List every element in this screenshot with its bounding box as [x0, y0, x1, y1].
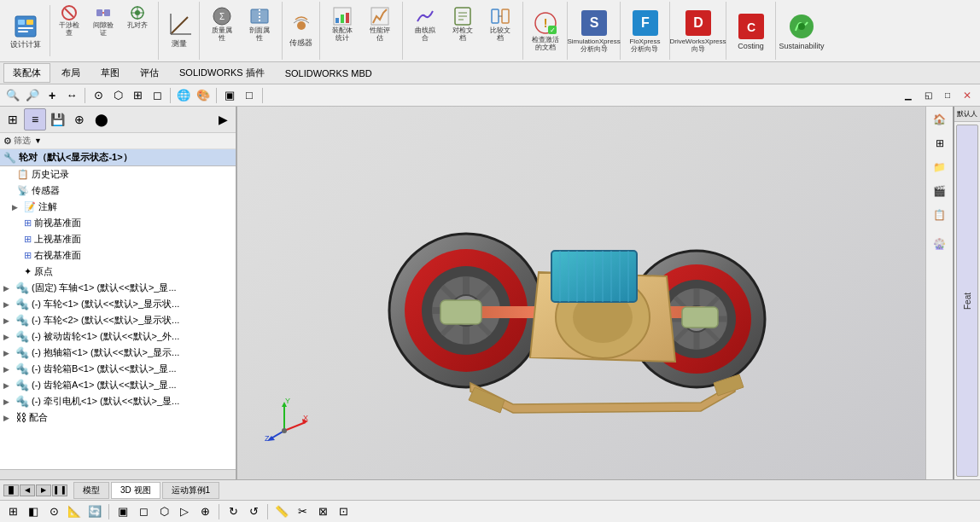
bt-icon10[interactable]: ⊕ [195, 502, 214, 521]
tree-item-front-plane[interactable]: ⊞ 前视基准面 [0, 215, 236, 231]
mass-props-label: 质量属性 [212, 27, 232, 43]
display-wire-btn[interactable]: □ [240, 86, 259, 105]
panel-icon-add[interactable]: ⊕ [68, 108, 90, 130]
tab-sw-mbd[interactable]: SOLIDWORKS MBD [276, 65, 382, 82]
tree-item-wheel2[interactable]: ▶ 🔩 (-) 车轮<2> (默认<<默认>_显示状... [0, 312, 236, 328]
clearance-verify-btn[interactable]: 间隙验证 [86, 2, 120, 39]
tree-item-gear-box-a[interactable]: ▶ 🔩 (-) 齿轮箱A<1> (默认<<默认>_显... [0, 377, 236, 393]
bt-icon16[interactable]: ⊡ [334, 502, 353, 521]
bt-icon5[interactable]: 🔄 [85, 502, 104, 521]
right-component-btn[interactable]: ⊞ [929, 132, 951, 154]
view-frame-btn[interactable]: ◻ [148, 86, 166, 105]
assembly-stats-btn[interactable]: 装配体统计 [324, 3, 361, 44]
view-add-btn[interactable]: + [43, 86, 61, 105]
design-calc-btn[interactable]: 设计计算 [3, 2, 48, 60]
tree-item-annotation[interactable]: ▶ 📝 注解 [0, 199, 236, 215]
view-zoom2-btn[interactable]: 🔎 [23, 86, 42, 105]
bt-icon14[interactable]: ✂ [293, 502, 312, 521]
simulation-xpress-btn[interactable]: S SimulationXpress分析向导 [568, 2, 621, 60]
tree-gear-box-a-label: (-) 齿轮箱A<1> (默认<<默认>_显... [32, 379, 177, 392]
tab-layout[interactable]: 布局 [52, 63, 90, 83]
check-doc-btn[interactable]: 对检文档 [444, 3, 481, 44]
panel-icon-grid[interactable]: ⊞ [2, 108, 24, 130]
bt-icon3[interactable]: ⊙ [44, 502, 63, 521]
display-mode-btn[interactable]: ▣ [220, 86, 239, 105]
costing-btn[interactable]: C Costing [726, 2, 776, 60]
mass-props-btn[interactable]: Σ 质量属性 [203, 3, 241, 44]
panel-icon-list[interactable]: ≡ [24, 108, 46, 130]
perf-eval-btn[interactable]: 性能评估 [361, 3, 399, 44]
check-active-btn[interactable]: ! ✓ 检查激活的文档 [523, 2, 568, 60]
tab-assembly[interactable]: 装配体 [3, 63, 50, 83]
bt-icon15[interactable]: ⊠ [313, 502, 332, 521]
bt-icon9[interactable]: ▷ [175, 502, 194, 521]
measure-btn[interactable]: 测量 [159, 2, 200, 60]
tree-item-traction-motor[interactable]: ▶ 🔩 (-) 牵引电机<1> (默认<<默认>_显... [0, 393, 236, 409]
tree-item-gear-box-b[interactable]: ▶ 🔩 (-) 齿轮箱B<1> (默认<<默认>_显... [0, 361, 236, 377]
tree-item-axle[interactable]: ▶ 🔩 (固定) 车轴<1> (默认<<默认>_显... [0, 280, 236, 296]
filter-dropdown-arrow[interactable]: ▼ [34, 136, 42, 145]
curve-fit-btn[interactable]: 曲线拟合 [406, 3, 444, 44]
tab-sw-plugin[interactable]: SOLIDWORKS 插件 [170, 63, 274, 83]
tree-item-wheel1[interactable]: ▶ 🔩 (-) 车轮<1> (默认<<默认>_显示状... [0, 296, 236, 312]
window-maximize-btn[interactable]: □ [938, 86, 957, 105]
tree-item-passive-gear[interactable]: ▶ 🔩 (-) 被动齿轮<1> (默认<<默认>_外... [0, 328, 236, 345]
tree-item-sensor[interactable]: 📡 传感器 [0, 183, 236, 199]
bt-icon1[interactable]: ⊞ [3, 502, 22, 521]
bt-icon12[interactable]: ↺ [244, 502, 263, 521]
right-color-wheel-btn[interactable]: 🎡 [929, 233, 951, 255]
tree-root[interactable]: 🔧 轮对（默认<显示状态-1>） [0, 149, 236, 166]
h-scrollbar[interactable] [0, 469, 236, 479]
tree-item-right-plane[interactable]: ⊞ 右视基准面 [0, 247, 236, 264]
section-props-btn[interactable]: 剖面属性 [241, 3, 278, 44]
bottom-tab-model[interactable]: 模型 [73, 482, 109, 499]
view-move-btn[interactable]: ↔ [62, 86, 81, 105]
right-folder-btn[interactable]: 📁 [929, 156, 951, 178]
floXpress-btn[interactable]: F FloXpress分析向导 [621, 2, 670, 60]
view-circle-btn[interactable]: ⊙ [89, 86, 108, 105]
status-ctrl-4[interactable]: ▌▐ [52, 484, 67, 496]
status-ctrl-2[interactable]: ◀ [20, 484, 35, 496]
bottom-tab-3dview[interactable]: 3D 视图 [111, 482, 160, 499]
compare-doc-btn[interactable]: 比较文档 [481, 3, 519, 44]
right-scene-btn[interactable]: 🎬 [929, 180, 951, 202]
sensor-btn[interactable]: 传感器 [283, 2, 320, 60]
bt-icon2[interactable]: ◧ [24, 502, 43, 521]
view-zoom-btn[interactable]: 🔍 [3, 86, 22, 105]
tab-evaluate[interactable]: 评估 [131, 63, 168, 83]
view-box-btn[interactable]: ⬡ [108, 86, 127, 105]
bt-icon4[interactable]: 📐 [65, 502, 84, 521]
bt-icon7[interactable]: ◻ [134, 502, 153, 521]
window-minimize-btn[interactable]: ▁ [899, 86, 918, 105]
status-ctrl-1[interactable]: ▐▌ [3, 484, 19, 496]
bt-icon11[interactable]: ↻ [224, 502, 242, 521]
status-ctrl-3[interactable]: ▶ [36, 484, 51, 496]
view-globe-btn[interactable]: 🌐 [174, 86, 193, 105]
tree-item-top-plane[interactable]: ⊞ 上视基准面 [0, 231, 236, 247]
bt-icon6[interactable]: ▣ [114, 502, 132, 521]
window-restore-btn[interactable]: ◱ [919, 86, 937, 105]
driveworks-btn[interactable]: D DriveWorksXpress向导 [670, 2, 726, 60]
panel-icon-circle[interactable]: ⬤ [90, 108, 113, 130]
panel-expand-btn[interactable]: ▶ [212, 108, 234, 130]
tree-item-axle-box[interactable]: ▶ 🔩 (-) 抱轴箱<1> (默认<<默认>_显示... [0, 345, 236, 361]
right-home-btn[interactable]: 🏠 [929, 108, 951, 130]
tree-item-history[interactable]: 📋 历史记录 [0, 166, 236, 183]
bt-icon8[interactable]: ⬡ [155, 502, 173, 521]
right-display-btn[interactable]: 📋 [929, 204, 951, 226]
hole-align-btn[interactable]: 孔对齐 [120, 2, 155, 39]
view-grid-btn[interactable]: ⊞ [128, 86, 147, 105]
svg-line-6 [65, 9, 73, 17]
window-close-btn[interactable]: ✕ [958, 86, 977, 105]
interference-check-btn[interactable]: 干涉检查 [52, 2, 86, 39]
3d-viewport[interactable]: Y X Z [237, 107, 925, 479]
tree-item-origin[interactable]: ✦ 原点 [0, 264, 236, 280]
panel-icon-save[interactable]: 💾 [46, 108, 68, 130]
view-color-btn[interactable]: 🎨 [194, 86, 213, 105]
bt-icon13[interactable]: 📏 [272, 502, 291, 521]
tab-sketch[interactable]: 草图 [91, 63, 129, 83]
bottom-tab-motion[interactable]: 运动算例1 [162, 482, 220, 499]
feat-tab[interactable]: Feat [956, 125, 978, 477]
sustainability-btn[interactable]: Sustainability [776, 2, 827, 60]
tree-item-mate[interactable]: ▶ ⛓ 配合 [0, 409, 236, 426]
